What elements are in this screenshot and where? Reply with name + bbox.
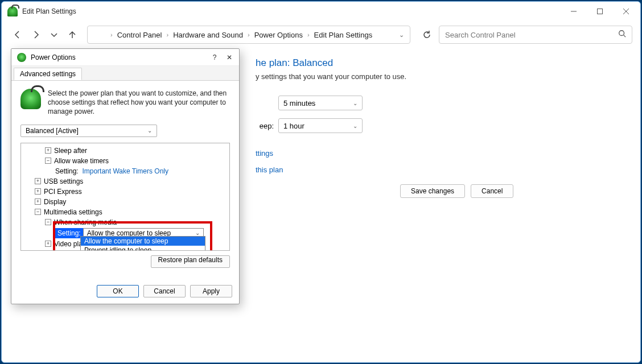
search-input[interactable]: [445, 31, 618, 39]
address-bar[interactable]: › Control Panel › Hardware and Sound › P…: [87, 26, 410, 44]
svg-line-5: [624, 35, 626, 38]
chevron-right-icon: ›: [164, 31, 171, 38]
dialog-footer: OK Cancel Apply: [11, 279, 239, 304]
crumb-edit-plan[interactable]: Edit Plan Settings: [312, 30, 375, 40]
expand-icon[interactable]: +: [35, 188, 41, 195]
forward-button[interactable]: [28, 27, 44, 43]
expand-icon[interactable]: +: [35, 198, 41, 205]
display-timeout-value: 5 minutes: [283, 99, 315, 107]
collapse-icon[interactable]: −: [35, 209, 41, 215]
display-timeout-select[interactable]: 5 minutes ⌄: [278, 96, 363, 110]
dialog-close-button[interactable]: ✕: [222, 51, 237, 64]
dialog-intro-text: Select the power plan that you want to c…: [48, 89, 230, 117]
tree-sleep-after[interactable]: +Sleep after: [24, 146, 226, 156]
toolbar: › Control Panel › Hardware and Sound › P…: [2, 21, 640, 48]
back-button[interactable]: [10, 27, 26, 43]
ok-button[interactable]: OK: [97, 285, 139, 297]
chevron-down-icon: ⌄: [147, 127, 152, 134]
power-plan-select[interactable]: Balanced [Active] ⌄: [20, 125, 157, 137]
search-icon[interactable]: [618, 30, 626, 40]
settings-tree[interactable]: +Sleep after −Allow wake timers Setting:…: [20, 143, 230, 251]
chevron-down-icon[interactable]: ⌄: [399, 31, 404, 39]
dialog-title: Power Options: [31, 53, 207, 61]
sleep-timeout-value: 1 hour: [283, 122, 304, 130]
main-window: Edit Plan Settings › Control Panel › Har…: [1, 1, 641, 363]
window-title: Edit Plan Settings: [22, 7, 561, 15]
chevron-right-icon: ›: [305, 31, 312, 38]
advanced-settings-link[interactable]: ttings: [256, 149, 273, 158]
help-button[interactable]: ?: [207, 51, 222, 64]
expand-icon[interactable]: +: [45, 147, 51, 154]
tree-display[interactable]: +Display: [24, 197, 226, 207]
sleep-label: eep:: [256, 122, 278, 130]
collapse-icon[interactable]: −: [45, 158, 51, 164]
power-icon: [7, 6, 18, 16]
dialog-body: Select the power plan that you want to c…: [11, 81, 239, 274]
tree-usb-settings[interactable]: +USB settings: [24, 176, 226, 187]
crumb-power-options[interactable]: Power Options: [252, 30, 305, 40]
search-box[interactable]: [439, 26, 632, 44]
up-button[interactable]: [64, 27, 80, 43]
power-options-dialog: Power Options ? ✕ Advanced settings Sele…: [11, 48, 240, 304]
chevron-right-icon: ›: [108, 31, 115, 38]
wake-setting-value[interactable]: Important Wake Timers Only: [82, 167, 168, 175]
restore-defaults-link[interactable]: this plan: [256, 166, 283, 174]
restore-row: Restore plan defaults: [20, 255, 230, 268]
close-button[interactable]: [613, 3, 639, 19]
power-icon: [17, 53, 26, 62]
expand-icon[interactable]: +: [35, 178, 41, 184]
svg-point-4: [619, 31, 624, 36]
chevron-down-icon: ⌄: [353, 100, 357, 106]
restore-plan-defaults-button[interactable]: Restore plan defaults: [151, 255, 230, 268]
main-titlebar: Edit Plan Settings: [2, 2, 640, 21]
collapse-icon[interactable]: −: [45, 219, 51, 225]
tree-allow-wake-timers[interactable]: −Allow wake timers: [24, 156, 226, 166]
dialog-intro: Select the power plan that you want to c…: [20, 89, 230, 117]
tree-wake-setting: Setting: Important Wake Timers Only: [24, 166, 226, 176]
save-changes-button[interactable]: Save changes: [400, 184, 465, 198]
crumb-hardware[interactable]: Hardware and Sound: [171, 30, 245, 40]
cancel-button[interactable]: Cancel: [471, 184, 513, 198]
crumb-control-panel[interactable]: Control Panel: [115, 30, 164, 40]
minimize-button[interactable]: [561, 3, 587, 19]
dialog-titlebar: Power Options ? ✕: [11, 49, 239, 66]
highlight-box: [53, 221, 212, 251]
refresh-button[interactable]: [417, 26, 437, 44]
chevron-right-icon: ›: [245, 31, 252, 38]
maximize-button[interactable]: [587, 3, 613, 19]
apply-button[interactable]: Apply: [190, 285, 232, 297]
sleep-timeout-select[interactable]: 1 hour ⌄: [278, 118, 363, 133]
tree-pci-express[interactable]: +PCI Express: [24, 187, 226, 197]
power-plan-value: Balanced [Active]: [26, 127, 79, 135]
tab-advanced-settings[interactable]: Advanced settings: [14, 68, 82, 80]
power-plan-icon: [20, 89, 41, 109]
tree-multimedia-settings[interactable]: −Multimedia settings: [24, 207, 226, 217]
power-icon: [93, 29, 105, 40]
dialog-cancel-button[interactable]: Cancel: [143, 285, 186, 297]
expand-icon[interactable]: +: [45, 241, 51, 247]
history-dropdown[interactable]: [46, 27, 62, 43]
tab-strip: Advanced settings: [11, 66, 239, 81]
chevron-down-icon: ⌄: [353, 123, 357, 129]
svg-rect-1: [598, 9, 603, 14]
